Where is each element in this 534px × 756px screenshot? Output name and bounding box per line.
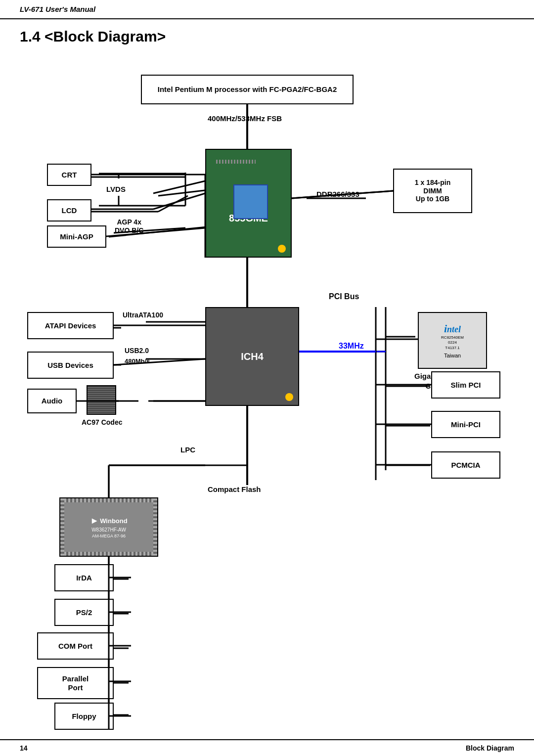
processor-box: Intel Pentium M processor with FC-PGA2/F… <box>141 75 354 104</box>
usb-speed-label: 480Mb/s <box>125 357 150 365</box>
svg-line-47 <box>153 181 205 193</box>
chip-ich4: ICH4 <box>205 307 299 406</box>
ps2-box: PS/2 <box>54 599 114 626</box>
agp-label: AGP 4x DVO B/C <box>115 218 143 235</box>
mhz33-label: 33MHz <box>339 342 364 351</box>
fsb-label: 400MHz/533MHz FSB <box>208 114 282 123</box>
section-title: 1.4 <Block Diagram> <box>0 19 534 50</box>
winbond-chip: ► Winbond W83627HF-AW AM-MEGA 87-96 <box>59 497 158 557</box>
svg-line-39 <box>158 196 188 212</box>
parallel-port-box: Parallel Port <box>37 667 114 699</box>
mini-pci-box: Mini-PCI <box>431 411 500 438</box>
header-title: LV-671 User's Manual <box>20 5 95 13</box>
irda-box: IrDA <box>54 564 114 591</box>
ultra-ata-label: UltraATA100 <box>123 311 163 319</box>
intel-logo: intel <box>444 322 461 335</box>
page: LV-671 User's Manual 1.4 <Block Diagram> <box>0 0 534 756</box>
atapi-box: ATAPI Devices <box>27 312 114 339</box>
usb-devices-box: USB Devices <box>27 352 114 379</box>
ddr-label: DDR266/333 <box>316 190 359 198</box>
floppy-box: Floppy <box>54 703 114 730</box>
slim-pci-box: Slim PCI <box>431 371 500 399</box>
lcd-box: LCD <box>47 199 91 222</box>
lvds-label: LVDS <box>106 185 126 193</box>
intel-rc-chip: intel RC82540EM0224T4137.1 Taiwan <box>418 312 487 369</box>
audio-box: Audio <box>27 389 77 413</box>
dimm-box: 1 x 184-pin DIMM Up to 1GB <box>393 169 472 213</box>
com-port-box: COM Port <box>37 632 114 660</box>
footer: 14 Block Diagram <box>0 739 534 756</box>
footer-page-number: 14 <box>20 744 28 752</box>
ac97-label: AC97 Codec <box>82 418 122 426</box>
header: LV-671 User's Manual <box>0 0 534 19</box>
lpc-label: LPC <box>180 445 195 454</box>
diagram-area: Intel Pentium M processor with FC-PGA2/F… <box>0 50 534 742</box>
svg-line-8 <box>119 196 185 213</box>
intel-country: Taiwan <box>444 353 461 358</box>
intel-rc-text: RC82540EM0224T4137.1 <box>441 335 464 351</box>
compact-flash-label: Compact Flash <box>208 485 261 493</box>
crt-box: CRT <box>47 164 91 186</box>
mini-agp-box: Mini-AGP <box>47 225 106 248</box>
usb2-label: USB2.0 <box>125 347 149 355</box>
svg-line-46 <box>153 193 205 209</box>
pci-bus-label: PCI Bus <box>329 292 359 301</box>
ac97-chip <box>87 385 116 415</box>
pcmcia-box: PCMCIA <box>431 451 500 479</box>
footer-section-name: Block Diagram <box>466 744 514 752</box>
chip-855gme: 855GME <box>205 149 292 258</box>
